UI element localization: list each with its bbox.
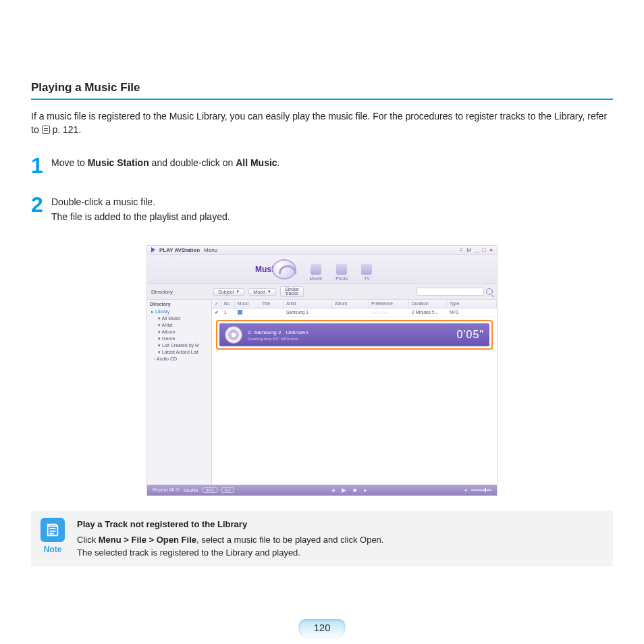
play-icon[interactable]: ▶ (342, 487, 346, 493)
tab-tv[interactable]: TV (361, 264, 372, 281)
tab-label: Movie (310, 276, 323, 281)
disc-icon (225, 326, 242, 344)
player-footer: Repeat All ⟳ Shuffle SRS EQ ◂ ▶ ■ ▸ ◂ (147, 485, 497, 495)
sidebar-header: Directory (150, 302, 209, 306)
volume-slider[interactable] (471, 489, 491, 491)
note-box: Note Play a Track not registered to the … (31, 511, 613, 566)
station-tabs: Music Movie Photo TV (147, 255, 497, 284)
sidebar-item-album[interactable]: ▾ Album (150, 329, 209, 336)
step-number: 1 (31, 156, 43, 176)
track-row[interactable]: ✔ 1 Samsung 1 ☆☆☆☆☆ 2 Minutes 5... MP3 (212, 308, 497, 317)
tv-icon (361, 264, 372, 275)
window-control-icon[interactable]: ≡ (460, 247, 463, 253)
srs-button[interactable]: SRS (203, 487, 217, 493)
tab-music[interactable]: Music (272, 259, 296, 281)
section-heading: Playing a Music File (31, 81, 613, 95)
col-check[interactable]: ✓ (212, 300, 221, 308)
mood-square-icon (238, 310, 242, 315)
search-input[interactable] (417, 288, 484, 296)
chevron-down-icon: ▼ (236, 290, 240, 294)
cell-no: 1 (221, 308, 235, 317)
eq-button[interactable]: EQ (221, 487, 234, 493)
intro-paragraph: If a music file is registered to the Mus… (31, 109, 613, 137)
sidebar-library[interactable]: ▸ Library (150, 308, 209, 315)
photo-icon (336, 264, 347, 275)
step-number: 2 (31, 195, 43, 215)
prev-icon[interactable]: ◂ (331, 487, 335, 493)
column-headers: ✓ No Mood Title Artist Album Preference … (212, 300, 497, 308)
sidebar-item-latest[interactable]: ▾ Latest Added List (150, 349, 209, 356)
note-label: Note (44, 545, 62, 554)
search-icon[interactable] (486, 288, 493, 295)
mood-dropdown[interactable]: Mood▼ (248, 288, 275, 296)
headphones-icon (272, 259, 296, 279)
shuffle-button[interactable]: Shuffle (184, 488, 198, 493)
sidebar-audio-cd[interactable]: ◦ Audio CD (150, 356, 209, 362)
sidebar: Directory ▸ Library ▾ All Music ▾ Artist… (147, 300, 212, 485)
sidebar-item-artist[interactable]: ▾ Artist (150, 322, 209, 329)
stop-icon[interactable]: ■ (353, 487, 356, 493)
col-album[interactable]: Album (332, 300, 369, 308)
repeat-button[interactable]: Repeat All ⟳ (153, 487, 180, 493)
app-screenshot: PLAY AVStation Menu ≡ M _ □ × Music Movi… (146, 245, 498, 497)
col-title[interactable]: Title (259, 300, 284, 308)
directory-label: Directory (151, 289, 209, 295)
sidebar-item-user-list[interactable]: ▾ List Created by M (150, 342, 209, 349)
now-playing-bar[interactable]: 2. Samsung 2 - Unknown Running time 5'0"… (219, 323, 489, 346)
now-playing-time: 0'05" (457, 329, 484, 341)
note-icon (41, 518, 65, 542)
sidebar-item-genre[interactable]: ▾ Genre (150, 336, 209, 342)
app-titlebar: PLAY AVStation Menu ≡ M _ □ × (147, 246, 497, 255)
minimize-icon[interactable]: _ (475, 247, 478, 253)
col-preference[interactable]: Preference (369, 300, 409, 308)
tab-label: TV (364, 276, 370, 281)
app-toolbar: Directory Subject▼ Mood▼ Similartracks (147, 284, 497, 300)
step-body: Double-click a music file.The file is ad… (51, 195, 230, 224)
window-control-icon[interactable]: M (466, 247, 471, 253)
cell-preference: ☆☆☆☆☆ (369, 308, 409, 317)
note-line-2: The selected track is registered to the … (77, 546, 383, 560)
col-type[interactable]: Type (447, 300, 497, 308)
next-icon[interactable]: ▸ (364, 487, 367, 493)
step-1: 1 Move to Music Station and double-click… (31, 156, 613, 176)
checkmark-icon: ✔ (215, 310, 219, 315)
close-icon[interactable]: × (489, 247, 493, 253)
now-playing-subtext: Running time 5'0" MP3.cccc (248, 337, 452, 341)
sidebar-item-all-music[interactable]: ▾ All Music (150, 315, 209, 322)
col-duration[interactable]: Duration (409, 300, 447, 308)
col-mood[interactable]: Mood (235, 300, 259, 308)
app-logo-icon (151, 247, 155, 252)
track-list-pane: ✓ No Mood Title Artist Album Preference … (212, 300, 497, 485)
note-title: Play a Track not registered to the Libra… (77, 518, 383, 531)
movie-icon (311, 264, 321, 275)
app-title: PLAY AVStation (159, 247, 200, 253)
note-line-1: Click Menu > File > Open File, select a … (77, 533, 383, 547)
page-ref-icon (42, 126, 50, 134)
heading-rule (31, 99, 613, 100)
maximize-icon[interactable]: □ (482, 247, 485, 253)
chevron-down-icon: ▼ (267, 290, 271, 294)
tab-movie[interactable]: Movie (310, 264, 323, 281)
col-artist[interactable]: Artist (284, 300, 332, 308)
cell-artist: Samsung 1 (284, 308, 332, 317)
intro-page-ref: p. 121. (50, 124, 82, 135)
page-number: 120 (298, 619, 345, 639)
intro-text: If a music file is registered to the Mus… (31, 111, 607, 135)
cell-type: MP3 (447, 308, 497, 317)
similar-tracks-button[interactable]: Similartracks (280, 286, 304, 298)
col-no[interactable]: No (221, 300, 235, 308)
tab-label: Photo (336, 276, 348, 281)
subject-dropdown[interactable]: Subject▼ (213, 288, 244, 296)
step-body: Move to Music Station and double-click o… (51, 156, 280, 171)
cell-duration: 2 Minutes 5... (409, 308, 447, 317)
callout-highlight: 2. Samsung 2 - Unknown Running time 5'0"… (216, 320, 493, 350)
app-menu-label[interactable]: Menu (204, 247, 217, 253)
step-2: 2 Double-click a music file.The file is … (31, 195, 613, 224)
tab-photo[interactable]: Photo (336, 264, 348, 281)
volume-icon[interactable]: ◂ (464, 487, 467, 493)
now-playing-title: 2. Samsung 2 - Unknown (248, 329, 452, 336)
